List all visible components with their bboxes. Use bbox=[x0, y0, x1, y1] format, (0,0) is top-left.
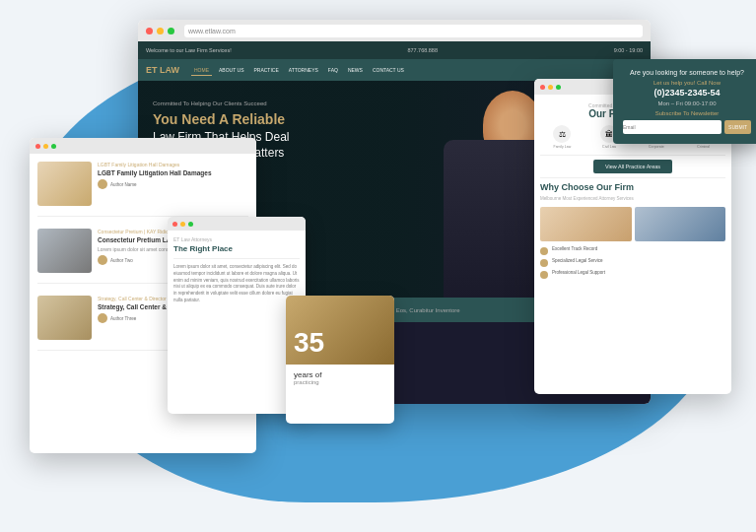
nav-item-faq[interactable]: FAQ bbox=[325, 65, 341, 75]
browser-url: www.etlaw.com bbox=[184, 25, 643, 37]
why-bullet-2 bbox=[540, 259, 548, 267]
practice-why-title: Why Choose Our Firm bbox=[540, 182, 725, 192]
nav-item-attorneys[interactable]: ATTORNEYS bbox=[286, 65, 321, 75]
practice-icon-label-1: Family Law bbox=[554, 145, 572, 149]
blog-image-1 bbox=[37, 162, 92, 206]
article-header: ET Law Attorneys bbox=[173, 236, 300, 242]
sidebar-submit-button[interactable]: SUBMIT bbox=[724, 120, 751, 134]
article-title: The Right Place bbox=[173, 244, 300, 253]
card-bottom: years of practicing bbox=[286, 365, 394, 391]
practice-close-dot bbox=[540, 85, 545, 90]
practice-why-subtitle: Melbourne Most Experienced Attorney Serv… bbox=[540, 196, 725, 201]
nav-item-contact[interactable]: CONTACT US bbox=[370, 65, 407, 75]
card-years: years of bbox=[294, 370, 386, 379]
practice-maximize-dot bbox=[556, 85, 561, 90]
blog-text-1: LGBT Family Litigation Hall Damages LGBT… bbox=[98, 162, 248, 206]
card-desc: practicing bbox=[294, 379, 386, 385]
blog-author-name-1: Author Name bbox=[110, 182, 137, 187]
practice-separator bbox=[540, 155, 725, 156]
why-item-2: Specialized Legal Service bbox=[540, 258, 725, 267]
blog-image-3 bbox=[37, 296, 92, 340]
nav-item-about[interactable]: ABOUT US bbox=[216, 65, 246, 75]
blog-browser-bar bbox=[30, 138, 256, 154]
sidebar-hours: Mon – Fri 09:00-17:00 bbox=[623, 100, 751, 106]
why-image-2 bbox=[635, 207, 726, 241]
blog-author-name-3: Author Three bbox=[110, 316, 136, 321]
nav-item-news[interactable]: NEWS bbox=[345, 65, 366, 75]
why-item-3: Professional Legal Support bbox=[540, 270, 725, 279]
sidebar-email-input[interactable] bbox=[623, 120, 722, 134]
why-text-2: Specialized Legal Service bbox=[552, 258, 603, 264]
why-bullet-1 bbox=[540, 247, 548, 255]
article-separator bbox=[173, 258, 300, 259]
article-browser-bar bbox=[168, 217, 306, 231]
blog-avatar-2 bbox=[98, 255, 107, 265]
article-body: Lorem ipsum dolor sit amet, consectetur … bbox=[173, 264, 300, 304]
blog-author-name-2: Author Two bbox=[110, 258, 133, 263]
law-nav: ET LAW HOME ABOUT US PRACTICE ATTORNEYS … bbox=[138, 59, 651, 81]
article-maximize-dot bbox=[188, 222, 193, 227]
blog-avatar-3 bbox=[98, 313, 107, 323]
article-close-dot bbox=[172, 222, 177, 227]
practice-icon-label-2: Civil Law bbox=[602, 145, 616, 149]
phone-text: 877.768.888 bbox=[407, 47, 438, 53]
sidebar-email-row: SUBMIT bbox=[623, 120, 751, 134]
practice-icon-label-3: Corporate bbox=[649, 145, 664, 149]
blog-maximize-dot bbox=[51, 144, 56, 149]
blog-image-2 bbox=[37, 229, 92, 273]
sidebar-call-label: Let us help you! Call Now bbox=[623, 80, 751, 86]
card-number: 35 bbox=[294, 329, 324, 357]
browser-minimize-dot bbox=[157, 28, 164, 34]
blog-author-1: Author Name bbox=[98, 179, 248, 189]
blog-close-dot bbox=[35, 144, 40, 149]
article-browser: ET Law Attorneys The Right Place Lorem i… bbox=[168, 217, 306, 414]
why-item-1: Excellent Track Record bbox=[540, 246, 725, 255]
why-image-1 bbox=[540, 207, 632, 241]
practice-icon-circle-1: ⚖ bbox=[553, 125, 571, 143]
article-content: ET Law Attorneys The Right Place Lorem i… bbox=[168, 231, 306, 310]
why-text-1: Excellent Track Record bbox=[552, 246, 597, 252]
practice-why-images bbox=[540, 207, 725, 241]
practice-icon-label-4: Criminal bbox=[697, 145, 710, 149]
hours-text: 9:00 - 19:00 bbox=[614, 47, 643, 53]
practice-view-all-button[interactable]: View All Practice Areas bbox=[593, 160, 672, 173]
blog-item-1: LGBT Family Litigation Hall Damages LGBT… bbox=[37, 162, 248, 217]
law-logo: ET LAW bbox=[146, 65, 179, 75]
sidebar-contact-panel: Are you looking for someone to help? Let… bbox=[613, 59, 756, 144]
article-minimize-dot bbox=[180, 222, 185, 227]
sidebar-subscribe: Subscribe To Newsletter bbox=[623, 110, 751, 116]
welcome-text: Welcome to our Law Firm Services! bbox=[146, 47, 232, 53]
nav-item-home[interactable]: HOME bbox=[191, 65, 212, 76]
blog-category-1: LGBT Family Litigation Hall Damages bbox=[98, 162, 248, 167]
sidebar-phone: (0)2345-2345-54 bbox=[623, 88, 751, 98]
browser-bar: www.etlaw.com bbox=[138, 20, 651, 41]
blog-minimize-dot bbox=[43, 144, 48, 149]
browser-maximize-dot bbox=[168, 28, 174, 34]
why-bullet-3 bbox=[540, 271, 548, 279]
nav-item-practice[interactable]: PRACTICE bbox=[250, 65, 281, 75]
why-text-3: Professional Legal Support bbox=[552, 270, 605, 276]
card-browser: 35 years of practicing bbox=[286, 296, 394, 424]
blog-title-1: LGBT Family Litigation Hall Damages bbox=[98, 169, 248, 177]
card-top: 35 bbox=[286, 296, 394, 365]
practice-minimize-dot bbox=[548, 85, 553, 90]
blog-avatar-1 bbox=[98, 179, 107, 189]
browser-close-dot bbox=[146, 28, 153, 34]
law-topbar: Welcome to our Law Firm Services! 877.76… bbox=[138, 41, 651, 59]
practice-separator-2 bbox=[540, 177, 725, 178]
practice-icon-1: ⚖ Family Law bbox=[540, 125, 584, 149]
sidebar-title: Are you looking for someone to help? bbox=[623, 69, 751, 76]
